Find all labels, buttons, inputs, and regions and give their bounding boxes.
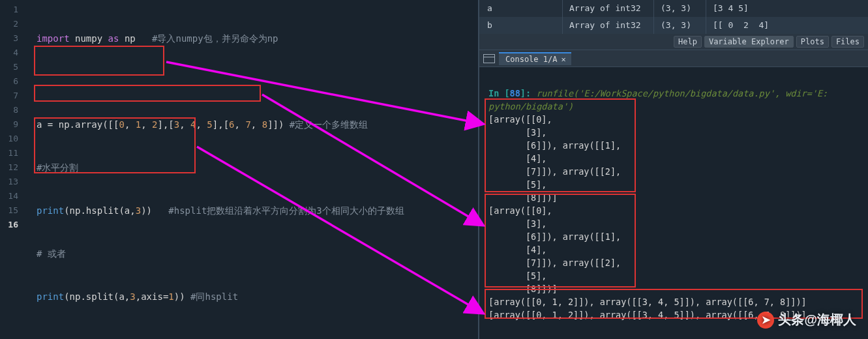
console-output-2: [array([[0], [3], [6]]), array([[1], [4]… [488, 205, 621, 294]
code-area[interactable]: import numpy as np #导入numpy包，并另命令为np a =… [37, 3, 475, 339]
console-tab-label: Console 1/A [505, 55, 557, 64]
ipython-console[interactable]: In [88]: runfile('E:/WorkSpace/python/bi… [479, 67, 868, 339]
console-tab-bar: Console 1/A ✕ [479, 50, 868, 67]
tab-files[interactable]: Files [831, 36, 864, 48]
var-size: (3, 3) [654, 0, 706, 17]
var-type: Array of int32 [563, 0, 654, 17]
tab-plots[interactable]: Plots [796, 36, 829, 48]
variable-explorer[interactable]: a Array of int32 (3, 3) [3 4 5] b Array … [479, 0, 868, 50]
console-runfile: runfile('E:/WorkSpace/python/bigdata/dat… [488, 88, 828, 111]
var-name: b [479, 17, 563, 34]
tab-variable-explorer[interactable]: Variable Explorer [704, 36, 794, 48]
close-icon[interactable]: ✕ [561, 55, 565, 64]
window-icon[interactable] [483, 54, 495, 63]
console-output-3: [array([[0, 1, 2]]), array([[3, 4, 5]]),… [488, 297, 807, 320]
var-size: (3, 3) [654, 17, 706, 34]
var-type: Array of int32 [563, 17, 654, 34]
table-row[interactable]: a Array of int32 (3, 3) [3 4 5] [479, 0, 868, 17]
code-editor[interactable]: 12345678 910111213141516 import numpy as… [0, 0, 479, 339]
var-value: [[ 0 2 4] [ 6 8 10] [706, 17, 868, 34]
in-prompt: In [ [488, 88, 510, 98]
var-value: [3 4 5] [706, 0, 868, 17]
console-output-1: [array([[0], [3], [6]]), array([[1], [4]… [488, 114, 621, 203]
tab-help[interactable]: Help [674, 36, 702, 48]
table-row[interactable]: b Array of int32 (3, 3) [[ 0 2 4] [ 6 8 … [479, 17, 868, 34]
console-tab[interactable]: Console 1/A ✕ [499, 52, 571, 65]
var-name: a [479, 0, 563, 17]
kw-import: import [37, 33, 70, 44]
line-gutter: 12345678 910111213141516 [0, 0, 23, 339]
panel-tabs: Help Variable Explorer Plots Files [479, 34, 868, 50]
